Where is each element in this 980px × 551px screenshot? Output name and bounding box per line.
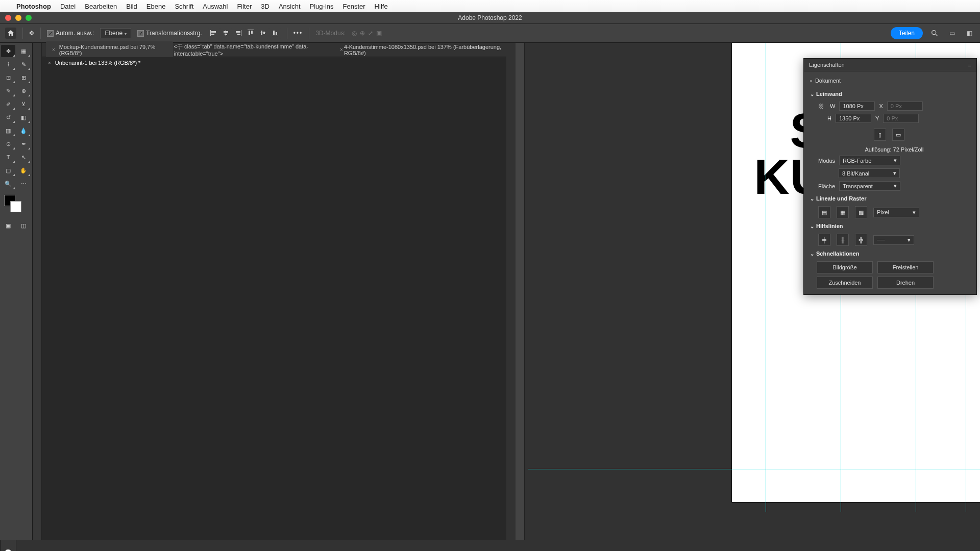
workspace-icon[interactable]: ◧ (964, 28, 975, 39)
gradient-tool[interactable]: ▥ (1, 124, 15, 137)
brush-tool[interactable]: ✐ (1, 98, 15, 110)
properties-panel[interactable]: Eigenschaften≡ ▫Dokument Leinwand ⛓ W108… (803, 58, 977, 295)
landscape-icon[interactable]: ▭ (892, 129, 904, 141)
viewport[interactable]: DAS SAGEN KUNDEN Eigenschaften≡ (525, 43, 980, 540)
menu-filter[interactable]: Filter (237, 3, 252, 10)
height-input[interactable]: 1350 Px (836, 114, 871, 123)
align-center-h-icon[interactable] (220, 28, 232, 39)
svg-rect-1 (211, 31, 216, 33)
more-options-icon[interactable]: ••• (293, 30, 303, 37)
bit-depth-dropdown[interactable]: 8 Bit/Kanal▾ (839, 168, 900, 178)
toolbox: ✥▦ ⌇✎ ⊡⊞ ✎⊛ ✐⊻ ↺◧ ▥💧 ⊙✒ T↖ ▢✋ 🔍⋯ ▣◫ (0, 43, 33, 540)
hand-tool[interactable]: ✋ (16, 164, 31, 177)
align-right-icon[interactable] (233, 28, 244, 39)
close-button[interactable] (5, 15, 11, 21)
transform-controls-checkbox[interactable]: ✓Transformationsstrg. (137, 30, 202, 37)
link-wh-icon[interactable]: ⛓ (818, 103, 824, 109)
ruler-unit-dropdown[interactable]: Pixel▾ (873, 208, 919, 217)
menu-hilfe[interactable]: Hilfe (375, 3, 388, 10)
svg-rect-17 (276, 32, 277, 35)
history-brush-tool[interactable]: ↺ (1, 111, 15, 123)
align-bottom-icon[interactable] (270, 28, 281, 39)
vertical-ruler[interactable] (516, 43, 525, 540)
dodge-tool[interactable]: ⊙ (1, 138, 15, 150)
left-dock-strip[interactable] (33, 43, 42, 540)
guide-horizontal[interactable] (528, 469, 980, 469)
artboard-tool[interactable]: ▦ (16, 45, 31, 57)
section-guides[interactable]: Hilfslinien (810, 220, 970, 232)
menu-ebene[interactable]: Ebene (146, 3, 166, 10)
background-fill-dropdown[interactable]: Transparent▾ (839, 181, 900, 191)
share-button[interactable]: Teilen (891, 27, 923, 39)
x-input[interactable]: 0 Px (887, 102, 923, 111)
home-button[interactable] (5, 28, 16, 39)
width-input[interactable]: 1080 Px (839, 102, 875, 111)
stamp-tool[interactable]: ⊻ (16, 98, 31, 110)
guides-lock-icon[interactable]: ╫ (837, 234, 849, 246)
panel-menu-icon[interactable]: ≡ (968, 62, 971, 68)
lasso-tool[interactable]: ⌇ (1, 58, 15, 70)
background-color[interactable] (10, 201, 21, 212)
crop-tool[interactable]: ⊡ (1, 71, 15, 84)
eyedropper-tool[interactable]: ✎ (1, 85, 15, 97)
close-icon[interactable]: × (340, 47, 343, 53)
guides-toggle-icon[interactable]: ╪ (818, 234, 830, 246)
type-tool[interactable]: T (1, 151, 15, 163)
menu-plugins[interactable]: Plug-ins (310, 3, 334, 10)
ruler-icon[interactable]: ▤ (818, 206, 830, 218)
pixel-grid-icon[interactable]: ▩ (855, 206, 867, 218)
minimize-button[interactable] (15, 15, 21, 21)
menu-3d[interactable]: 3D (261, 3, 270, 10)
app-name[interactable]: Photoshop (16, 3, 51, 10)
eraser-tool[interactable]: ◧ (16, 111, 31, 123)
align-top-icon[interactable] (245, 28, 256, 39)
blur-tool[interactable]: 💧 (16, 124, 31, 137)
image-size-button[interactable]: Bildgröße (817, 261, 873, 273)
rotate-button[interactable]: Drehen (877, 277, 934, 289)
tab-unbenannt[interactable]: ×Unbenannt-1 bei 133% (RGB/8*) * (42, 57, 506, 68)
shape-tool[interactable]: ▢ (1, 164, 15, 177)
section-canvas[interactable]: Leinwand (810, 88, 970, 100)
menu-schrift[interactable]: Schrift (175, 3, 193, 10)
auto-select-checkbox[interactable]: ✓Autom. ausw.: (47, 30, 94, 37)
close-icon[interactable]: × (52, 47, 55, 53)
move-tool[interactable]: ✥ (1, 45, 15, 57)
quick-select-tool[interactable]: ✎ (16, 58, 31, 70)
guides-clear-icon[interactable]: ╬ (855, 234, 867, 246)
guide-vertical[interactable] (766, 43, 766, 512)
zoom-tool[interactable]: 🔍 (1, 178, 15, 190)
guide-style-dropdown[interactable]: ──▾ (873, 235, 914, 245)
menu-bearbeiten[interactable]: Bearbeiten (85, 3, 117, 10)
auto-select-target-dropdown[interactable]: Ebene (100, 28, 131, 38)
section-rulers[interactable]: Lineale und Raster (810, 192, 970, 205)
search-icon[interactable] (929, 28, 940, 39)
menu-fenster[interactable]: Fenster (343, 3, 365, 10)
align-left-icon[interactable] (208, 28, 219, 39)
crop-button[interactable]: Freistellen (877, 261, 934, 273)
close-icon[interactable]: × (48, 60, 51, 66)
path-select-tool[interactable]: ↖ (16, 151, 31, 163)
section-quick-actions[interactable]: Schnellaktionen (810, 247, 970, 260)
grid-icon[interactable]: ▦ (837, 206, 849, 218)
menu-ansicht[interactable]: Ansicht (279, 3, 301, 10)
screen-mode-icon[interactable]: ▭ (946, 28, 958, 39)
edit-toolbar[interactable]: ⋯ (16, 178, 31, 190)
screen-mode-toggle[interactable]: ◫ (16, 219, 31, 232)
document-tabs: ×Mockup-Kundenstimme.psd bei 79,7% (RGB/… (42, 43, 506, 57)
tab-mockup[interactable]: ×Mockup-Kundenstimme.psd bei 79,7% (RGB/… (46, 41, 173, 59)
comments-icon[interactable]: 💬 (3, 547, 13, 551)
align-center-v-icon[interactable] (257, 28, 268, 39)
maximize-button[interactable] (26, 15, 32, 21)
pen-tool[interactable]: ✒ (16, 138, 31, 150)
menu-datei[interactable]: Datei (60, 3, 76, 10)
y-input[interactable]: 0 Px (883, 114, 919, 123)
trim-button[interactable]: Zuschneiden (817, 277, 873, 289)
quick-mask-icon[interactable]: ▣ (1, 219, 15, 232)
frame-tool[interactable]: ⊞ (16, 71, 31, 84)
menu-auswahl[interactable]: Auswahl (203, 3, 228, 10)
menu-bild[interactable]: Bild (126, 3, 137, 10)
heal-tool[interactable]: ⊛ (16, 85, 31, 97)
color-mode-dropdown[interactable]: RGB-Farbe▾ (839, 156, 900, 165)
color-swatches[interactable] (1, 194, 31, 214)
portrait-icon[interactable]: ▯ (874, 129, 886, 141)
